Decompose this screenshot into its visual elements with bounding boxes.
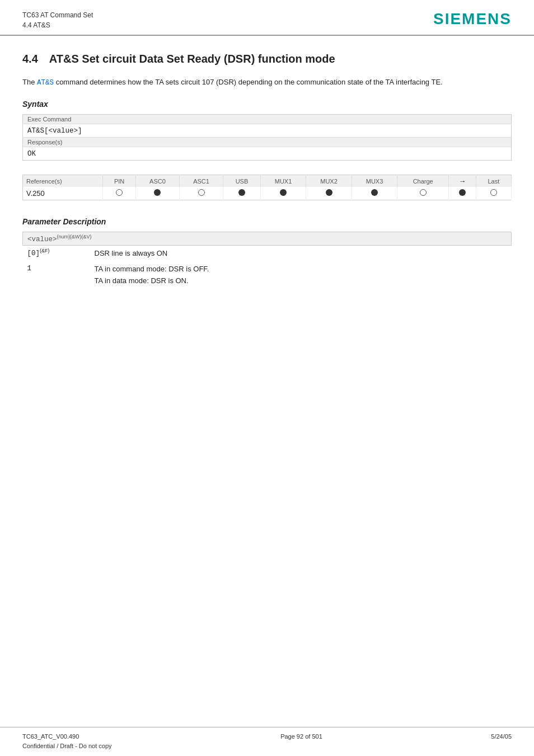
ref-table-header-row: Reference(s) PIN ASC0 ASC1 USB MUX1 MUX2… [23, 175, 512, 187]
footer-confidential: Confidential / Draft - Do not copy [22, 741, 112, 752]
response-label: Response(s) [23, 138, 512, 147]
indicator-arrow-filled [459, 189, 466, 196]
description-after-link: command determines how the TA sets circu… [54, 78, 443, 86]
cell-pin [103, 187, 136, 200]
description-before-link: The [22, 78, 37, 86]
col-usb: USB [223, 175, 261, 187]
cell-last [476, 187, 511, 200]
header-title-line1: TC63 AT Command Set [22, 10, 93, 20]
header-left: TC63 AT Command Set 4.4 AT&S [22, 10, 93, 30]
cell-mux2 [306, 187, 352, 200]
col-charge: Charge [397, 175, 449, 187]
param-value-1-row: 1 TA in command mode: DSR is OFF. TA in … [23, 261, 512, 289]
cell-arrow [449, 187, 476, 200]
section-number: 4.4 [22, 53, 38, 65]
response-row: OK [23, 147, 512, 161]
ref-name: V.250 [23, 187, 103, 200]
col-references: Reference(s) [23, 175, 103, 187]
header-title-line2: 4.4 AT&S [22, 20, 93, 30]
footer-page: Page 92 of 501 [280, 732, 322, 752]
exec-command: AT&S[<value>] [23, 124, 512, 138]
syntax-table: Exec Command AT&S[<value>] Response(s) O… [22, 114, 512, 161]
indicator-pin-empty [116, 189, 123, 196]
section-title: AT&S Set circuit Data Set Ready (DSR) fu… [49, 53, 335, 65]
section-heading: 4.4 AT&S Set circuit Data Set Ready (DSR… [22, 53, 512, 65]
indicator-mux1-filled [280, 189, 287, 196]
page-header: TC63 AT Command Set 4.4 AT&S SIEMENS [0, 0, 534, 36]
param-value-1: 1 [23, 261, 90, 289]
brand-logo: SIEMENS [433, 10, 512, 28]
at-command-link[interactable]: AT&S [37, 78, 54, 86]
indicator-asc0-filled [154, 189, 161, 196]
indicator-last-empty [490, 189, 497, 196]
cell-charge [397, 187, 449, 200]
footer-doc-id: TC63_ATC_V00.490 [22, 732, 112, 742]
param-name-label: <value>(num)(&W)(&V) [23, 232, 512, 246]
parameter-heading: Parameter Description [22, 217, 512, 226]
col-mux1: MUX1 [260, 175, 306, 187]
col-arrow: → [449, 175, 476, 187]
param-value-0-row: [0](&F) DSR line is always ON [23, 245, 512, 261]
cell-usb [223, 187, 261, 200]
col-asc0: ASC0 [135, 175, 179, 187]
page-content: 4.4 AT&S Set circuit Data Set Ready (DSR… [0, 36, 534, 320]
response-label-row: Response(s) [23, 138, 512, 147]
cell-mux1 [260, 187, 306, 200]
parameter-table: <value>(num)(&W)(&V) [0](&F) DSR line is… [22, 232, 512, 289]
col-pin: PIN [103, 175, 136, 187]
param-value-0: [0](&F) [23, 245, 90, 261]
response-value: OK [23, 147, 512, 161]
indicator-mux2-filled [326, 189, 332, 196]
indicator-mux3-filled [371, 189, 378, 196]
syntax-heading: Syntax [22, 100, 512, 109]
col-mux2: MUX2 [306, 175, 352, 187]
footer-date: 5/24/05 [491, 732, 512, 752]
param-desc-0: DSR line is always ON [90, 245, 512, 261]
cell-asc1 [180, 187, 223, 200]
footer-left: TC63_ATC_V00.490 Confidential / Draft - … [22, 732, 112, 752]
exec-label-row: Exec Command [23, 115, 512, 124]
indicator-usb-filled [238, 189, 245, 196]
indicator-charge-empty [420, 189, 427, 196]
exec-label: Exec Command [23, 115, 512, 124]
section-description: The AT&S command determines how the TA s… [22, 77, 512, 88]
param-desc-1: TA in command mode: DSR is OFF. TA in da… [90, 261, 512, 289]
reference-table: Reference(s) PIN ASC0 ASC1 USB MUX1 MUX2… [22, 175, 512, 200]
col-last: Last [476, 175, 511, 187]
exec-command-row: AT&S[<value>] [23, 124, 512, 138]
col-asc1: ASC1 [180, 175, 223, 187]
indicator-asc1-empty [198, 189, 205, 196]
col-mux3: MUX3 [352, 175, 397, 187]
param-header-row: <value>(num)(&W)(&V) [23, 232, 512, 246]
ref-table-row: V.250 [23, 187, 512, 200]
cell-asc0 [135, 187, 179, 200]
cell-mux3 [352, 187, 397, 200]
page-footer: TC63_ATC_V00.490 Confidential / Draft - … [0, 727, 534, 756]
